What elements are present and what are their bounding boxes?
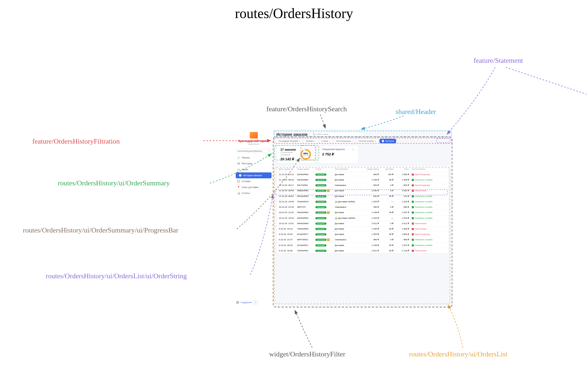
- lost-title: Упущенная выручка: [322, 148, 354, 151]
- table-row[interactable]: 11.12.24 08:0260HA34565выполненДоставка6…: [277, 194, 449, 199]
- summary-done: 15 выполнено: [280, 151, 296, 154]
- brand-name: Краснодарский парень: [236, 140, 272, 143]
- support-link[interactable]: 🎧Поддержка ↗: [236, 300, 258, 304]
- summary-total: 20 142 ₽: [280, 157, 296, 161]
- brand-city: Архангельск: [236, 143, 272, 145]
- info-icon[interactable]: ⓘ: [352, 148, 354, 151]
- nav-zones-label: Зоны доставки: [242, 186, 258, 189]
- summary-card: 17 заказов 15 выполнено 2 отменено 20 14…: [276, 145, 315, 164]
- chevron-down-icon: ▾: [269, 150, 270, 152]
- statement-label: Выписка: [385, 140, 394, 142]
- page-header: История заказов 🔍 Найти заказ: [276, 132, 449, 137]
- th-type: Тип получения: [335, 168, 362, 170]
- nav-history-label: История заказов: [243, 174, 262, 177]
- filter-receive[interactable]: Тип получения▾: [334, 139, 355, 143]
- support-label: Поддержка: [241, 301, 252, 304]
- brand-logo-icon: [250, 132, 258, 138]
- statement-button[interactable]: 📄Выписка: [379, 139, 396, 143]
- table-row[interactable]: 11.12.24 09:2883HA34562выполненДоставка1…: [277, 177, 449, 183]
- chevron-down-icon: ▾: [375, 140, 376, 142]
- anno-statement: feature/Statement: [474, 57, 523, 65]
- filter-status-label: Статус: [321, 140, 328, 142]
- chevron-down-icon: ▾: [352, 140, 353, 142]
- table-row[interactable]: 9.12.24 21:2790FF34522выполнен!Самовывоз…: [277, 237, 449, 243]
- diagram-title: routes/OrdersHistory: [235, 5, 353, 21]
- chevron-down-icon: ▾: [315, 140, 316, 142]
- table-row[interactable]: 9.12.24 22:2501HA34577выполненДоставка1 …: [277, 232, 449, 237]
- cart-icon: 🧾: [237, 156, 240, 159]
- chart-icon: 📊: [237, 192, 240, 195]
- search-input[interactable]: 🔍 Найти заказ: [310, 132, 364, 137]
- nav-reviews[interactable]: 💬Отзывы: [234, 178, 273, 184]
- doc-icon: 📄: [382, 140, 384, 142]
- fork-icon: 🍽: [237, 162, 240, 165]
- anno-filtration: feature/OrdersHistoryFiltration: [32, 137, 120, 145]
- nav-orders-label: Заказы: [242, 156, 250, 159]
- table-row[interactable]: 10.12.24 22:2990FF!!!!!!выполненСамовыво…: [277, 204, 449, 210]
- search-placeholder: Найти заказ: [316, 133, 329, 136]
- progress-ring: 88%выполнено: [300, 149, 311, 160]
- nav-reviews-label: Отзывы: [242, 180, 251, 183]
- filter-period-label: Последние 30 дней: [279, 140, 298, 142]
- table-body: 11.12.24 10:1383HA34563выполненДоставка8…: [277, 172, 449, 253]
- nav-reports[interactable]: 📊Отчёты: [234, 190, 273, 196]
- ring-sub: выполнено: [302, 155, 309, 156]
- anno-filter-widget: widget/OrdersHistoryFilter: [269, 350, 345, 358]
- table-row[interactable]: 11.12.24 09:0545BA34560выполнен!Доставка…: [277, 188, 449, 194]
- table-row[interactable]: 10.12.24 23:5970HA34578выполненДоставка …: [277, 199, 449, 204]
- headset-icon: 🎧: [236, 301, 239, 304]
- nav-zones[interactable]: 📍Зоны доставки: [234, 184, 273, 190]
- table-header: Дата и время Номер заказа Статус Тип пол…: [277, 166, 449, 172]
- nav-menu[interactable]: 📖Меню: [234, 166, 273, 172]
- chat-icon: 💬: [237, 180, 240, 183]
- nav-restaurant[interactable]: 🍽Ресторан: [234, 161, 273, 166]
- lost-amount: 2 752 ₽: [322, 152, 354, 156]
- anno-orderstring: routes/OrdersHistory/ui/OrdersList/ui/Or…: [46, 272, 187, 280]
- th-datetime: Дата и время: [279, 168, 297, 170]
- table-row[interactable]: 11.12.24 10:1383HA34563выполненДоставка8…: [277, 172, 449, 177]
- table-row[interactable]: 9.12.24 16:4070HA34541выполненДоставка2 …: [277, 248, 449, 253]
- page-title: История заказов: [276, 132, 308, 137]
- table-row[interactable]: 10.12.24 21:2256HA34564выполнен!Доставка…: [277, 210, 449, 216]
- logo-area: Краснодарский парень Архангельск: [234, 129, 273, 147]
- chevron-down-icon: ▾: [329, 140, 330, 142]
- sidebar: Краснодарский парень Архангельск krasnod…: [234, 129, 273, 307]
- table-row[interactable]: 11.12.24 09:1750LF34561выполненСамовывоз…: [277, 183, 449, 188]
- chevron-down-icon: ▾: [299, 140, 300, 142]
- email-selector[interactable]: krasnodarsky.paren@yandex... ▾: [236, 149, 272, 153]
- table-row[interactable]: 10.12.24 12:0199HA34569выполненДоставка2…: [277, 221, 449, 226]
- filter-branch[interactable]: Филиал▾: [304, 139, 318, 143]
- table-row[interactable]: 9.12.24 20:1861HA34511выполненДоставка1 …: [277, 243, 449, 248]
- filters-row: Последние 30 дней▾ Филиал▾ Статус▾ Тип п…: [276, 139, 449, 143]
- nav-history[interactable]: 🕓История заказов: [236, 172, 272, 178]
- anno-orderslist: routes/OrdersHistory/ui/OrdersList: [409, 350, 507, 358]
- filter-payment[interactable]: Способ оплаты▾: [356, 139, 378, 143]
- nav: 🧾Заказы 🍽Ресторан 📖Меню 🕓История заказов…: [234, 155, 273, 196]
- nav-menu-label: Меню: [242, 168, 248, 171]
- filter-period[interactable]: Последние 30 дней▾: [276, 139, 302, 143]
- map-icon: 📍: [237, 186, 240, 189]
- book-icon: 📖: [237, 168, 240, 171]
- nav-orders[interactable]: 🧾Заказы: [234, 155, 273, 161]
- app-screenshot: Краснодарский парень Архангельск krasnod…: [234, 129, 452, 307]
- filter-status[interactable]: Статус▾: [319, 139, 332, 143]
- anno-summary: routes/OrdersHistory/ui/OrderSummary: [58, 179, 170, 187]
- summary-count: 17 заказов: [280, 148, 296, 151]
- th-sum: Сумма заказа: [362, 168, 379, 170]
- filter-receive-label: Тип получения: [336, 140, 351, 142]
- table-row[interactable]: 9.12.24 23:1078HA34504выполненДоставка1 …: [277, 226, 449, 232]
- th-number: Номер заказа: [297, 168, 315, 170]
- filter-branch-label: Филиал: [306, 140, 314, 142]
- search-icon: 🔍: [313, 133, 315, 136]
- lost-revenue-card: ⓘ Упущенная выручка 2 752 ₽: [318, 145, 358, 164]
- nav-restaurant-label: Ресторан: [242, 162, 252, 165]
- external-link-icon[interactable]: ↗: [253, 300, 258, 304]
- email-text: krasnodarsky.paren@yandex...: [238, 150, 263, 152]
- th-payment: Способ оплаты: [409, 168, 446, 170]
- table-row[interactable]: 10.12.24 15:4348HA34562выполненДоставка …: [277, 216, 449, 221]
- summary-cancel: 2 отменено: [280, 154, 296, 156]
- anno-search: feature/OrdersHistorySearch: [266, 105, 347, 113]
- anno-shared-header: shared/Header: [396, 108, 436, 116]
- th-total: Итого: [393, 168, 409, 170]
- th-delivery: Доставка: [379, 168, 393, 170]
